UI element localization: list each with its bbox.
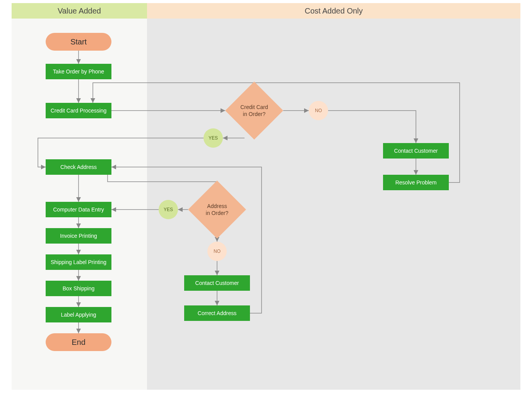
process-cc-processing: Credit Card Processing <box>46 103 111 118</box>
connector-yes-2: YES <box>159 200 178 219</box>
connector-no-1: NO <box>309 101 328 120</box>
label-end: End <box>72 338 86 347</box>
label-start: Start <box>70 38 87 46</box>
terminal-start: Start <box>46 33 111 51</box>
label: YES <box>209 135 218 141</box>
label: Box Shipping <box>63 285 95 292</box>
label: Contact Customer <box>195 280 239 286</box>
label: NO <box>315 108 322 113</box>
terminal-end: End <box>46 333 111 351</box>
label: YES <box>164 207 173 212</box>
process-contact-customer-1: Contact Customer <box>383 143 449 159</box>
label: Contact Customer <box>394 148 438 154</box>
label: Credit Card Processing <box>51 107 107 114</box>
label: Take Order by Phone <box>53 68 104 75</box>
label: NO <box>214 249 221 254</box>
connector-no-2: NO <box>207 242 227 261</box>
label: Label Applying <box>61 312 96 318</box>
process-invoice: Invoice Printing <box>46 228 111 244</box>
label: Addressin Order? <box>206 203 228 217</box>
decision-credit-card: Credit Cardin Order? <box>225 89 283 132</box>
label: Credit Cardin Order? <box>240 104 268 118</box>
process-take-order: Take Order by Phone <box>46 64 111 79</box>
label: Check Address <box>60 164 97 170</box>
label: Shipping Label Printing <box>51 259 106 265</box>
process-label-applying: Label Applying <box>46 307 111 322</box>
process-box-shipping: Box Shipping <box>46 281 111 296</box>
header-cost-added: Cost Added Only <box>147 3 520 19</box>
label: Resolve Problem <box>395 179 437 186</box>
header-value-added: Value Added <box>12 3 147 19</box>
process-resolve-problem: Resolve Problem <box>383 175 449 190</box>
process-data-entry: Computer Data Entry <box>46 202 111 217</box>
flowchart-canvas: Value Added Cost Added Only <box>0 0 532 399</box>
process-correct-address: Correct Address <box>184 305 250 321</box>
label: Invoice Printing <box>60 233 97 239</box>
decision-address: Addressin Order? <box>188 188 246 231</box>
process-contact-customer-2: Contact Customer <box>184 275 250 291</box>
process-ship-label: Shipping Label Printing <box>46 254 111 270</box>
connector-yes-1: YES <box>204 128 223 148</box>
label: Correct Address <box>198 310 236 316</box>
label: Computer Data Entry <box>53 206 104 213</box>
process-check-address: Check Address <box>46 159 111 175</box>
